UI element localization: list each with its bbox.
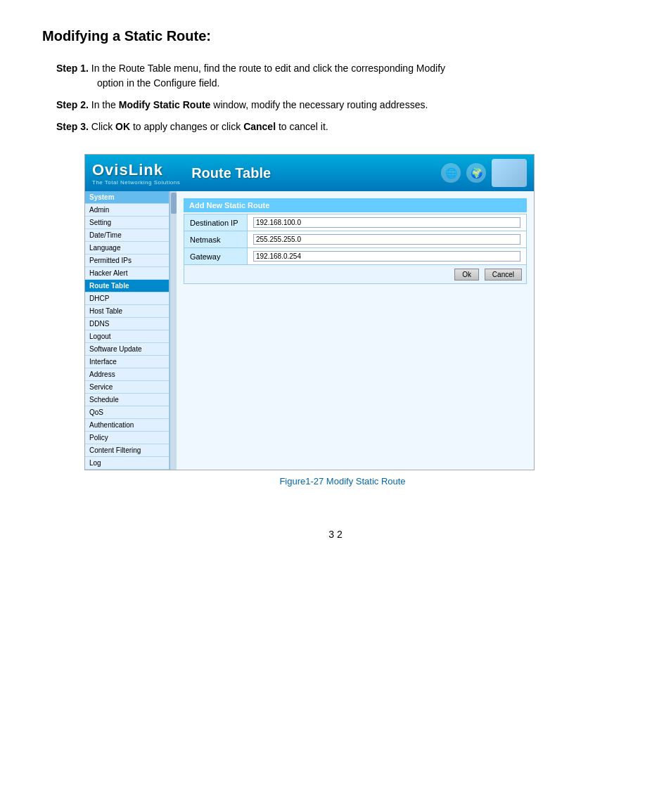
sidebar-item-ddns[interactable]: DDNS [85,318,169,330]
page-number: 3 2 [42,529,629,540]
sidebar-with-scroll: System Admin Setting Date/Time Language … [85,191,177,470]
sidebar-item-host-table[interactable]: Host Table [85,305,169,318]
sidebar-item-address[interactable]: Address [85,368,169,381]
button-row: Ok Cancel [184,265,527,284]
sidebar-item-system[interactable]: System [85,191,169,204]
gateway-cell [248,248,527,265]
sidebar-item-policy[interactable]: Policy [85,432,169,444]
sidebar-item-datetime[interactable]: Date/Time [85,229,169,242]
globe-icon-2: 🌍 [466,163,486,183]
step-1-text: In the Route Table menu, find the route … [91,63,445,74]
step-1-continuation: option in the Configure field. [97,76,629,91]
gateway-input[interactable] [253,251,520,262]
sidebar-item-permitted-ips[interactable]: Permitted IPs [85,254,169,267]
destination-ip-input[interactable] [253,217,520,228]
sidebar-item-route-table[interactable]: Route Table [85,280,169,292]
netmask-row: Netmask [184,231,527,248]
sidebar-item-software-update[interactable]: Software Update [85,343,169,356]
globe-icon-1: 🌐 [441,163,461,183]
sidebar-item-content-filtering[interactable]: Content Filtering [85,444,169,457]
sidebar-item-interface[interactable]: Interface [85,356,169,368]
screenshot-wrapper: OvisLink The Total Networking Solutions … [84,154,535,470]
step-3-text: Click OK to apply changes or click Cance… [91,121,328,132]
sidebar-item-schedule[interactable]: Schedule [85,394,169,406]
gateway-label: Gateway [184,248,248,265]
scrollbar[interactable] [170,191,177,470]
step-2-text: In the Modify Static Route window, modif… [91,99,428,110]
header-photo [492,159,527,187]
steps-container: Step 1. In the Route Table menu, find th… [56,61,629,486]
sidebar-item-authentication[interactable]: Authentication [85,419,169,432]
sidebar-item-language[interactable]: Language [85,242,169,254]
ovislink-logo: OvisLink The Total Networking Solutions [92,161,180,186]
step-3-label: Step 3. [56,121,89,132]
sidebar-item-logout[interactable]: Logout [85,330,169,343]
header-icons: 🌐 🌍 [441,159,527,187]
cancel-button[interactable]: Cancel [485,269,522,281]
sidebar-item-qos[interactable]: QoS [85,406,169,419]
page-title: Modifying a Static Route: [42,28,629,44]
logo-main: OvisLink [92,161,180,179]
ok-button[interactable]: Ok [454,269,479,281]
sidebar-item-service[interactable]: Service [85,381,169,394]
route-form-table: Destination IP Netmask Gateway [184,214,527,265]
step-2: Step 2. In the Modify Static Route windo… [56,98,629,112]
netmask-cell [248,231,527,248]
router-main: Add New Static Route Destination IP Netm… [177,191,534,470]
step-2-label: Step 2. [56,99,89,110]
header-title: Route Table [191,165,441,181]
sidebar-item-log[interactable]: Log [85,457,169,470]
scroll-thumb [171,193,177,214]
figure-caption: Figure1-27 Modify Static Route [56,476,629,486]
sidebar: System Admin Setting Date/Time Language … [85,191,170,470]
step-1-label: Step 1. [56,63,89,74]
destination-ip-label: Destination IP [184,214,248,231]
gateway-row: Gateway [184,248,527,265]
netmask-label: Netmask [184,231,248,248]
router-header: OvisLink The Total Networking Solutions … [85,155,534,191]
sidebar-item-dhcp[interactable]: DHCP [85,292,169,305]
destination-ip-cell [248,214,527,231]
sidebar-item-admin[interactable]: Admin [85,204,169,217]
step-1: Step 1. In the Route Table menu, find th… [56,61,629,91]
sidebar-item-hacker-alert[interactable]: Hacker Alert [85,267,169,280]
router-body: System Admin Setting Date/Time Language … [85,191,534,470]
step-3: Step 3. Click OK to apply changes or cli… [56,120,629,134]
sidebar-item-setting[interactable]: Setting [85,217,169,229]
netmask-input[interactable] [253,234,520,245]
logo-sub: The Total Networking Solutions [92,179,180,186]
section-title: Add New Static Route [184,198,527,212]
destination-ip-row: Destination IP [184,214,527,231]
